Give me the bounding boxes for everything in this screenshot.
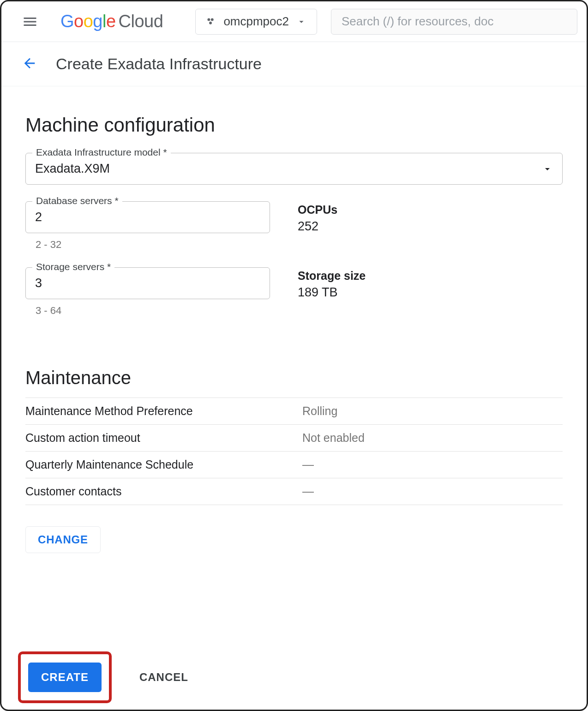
storage-size-value: 189 TB: [298, 285, 563, 300]
top-app-bar: Google Cloud omcpmpoc2 Search (/) for re…: [1, 1, 587, 42]
logo-letter: o: [84, 12, 93, 31]
ocpus-label: OCPUs: [298, 203, 563, 217]
logo-letter: l: [102, 12, 106, 31]
exadata-model-select[interactable]: Exadata Infrastructure model * Exadata.X…: [25, 153, 563, 185]
maintenance-row-label: Quarterly Maintenance Schedule: [25, 458, 302, 471]
maintenance-row-label: Custom action timeout: [25, 431, 302, 445]
exadata-model-label: Exadata Infrastructure model *: [32, 147, 171, 158]
svg-point-0: [208, 18, 210, 21]
storage-servers-input[interactable]: [35, 276, 260, 290]
logo-cloud-text: Cloud: [119, 12, 163, 31]
storage-servers-label: Storage servers *: [32, 261, 114, 272]
page-title: Create Exadata Infrastructure: [56, 55, 262, 73]
maintenance-row-label: Customer contacts: [25, 485, 302, 498]
chevron-down-icon: [542, 163, 553, 175]
change-button[interactable]: CHANGE: [25, 526, 101, 553]
search-input[interactable]: Search (/) for resources, doc: [331, 9, 577, 35]
footer-actions: CREATE CANCEL: [1, 645, 587, 710]
database-servers-label: Database servers *: [32, 195, 122, 206]
chevron-down-icon: [296, 17, 306, 27]
maintenance-row-value: Rolling: [302, 404, 337, 418]
svg-point-1: [211, 18, 214, 21]
logo-letter: e: [106, 12, 116, 31]
cancel-button[interactable]: CANCEL: [139, 671, 188, 684]
google-cloud-logo[interactable]: Google Cloud: [60, 12, 163, 31]
maintenance-row-label: Maintenance Method Preference: [25, 404, 302, 418]
search-placeholder: Search (/) for resources, doc: [342, 14, 493, 29]
maintenance-row-value: Not enabled: [302, 431, 365, 445]
maintenance-row: Customer contacts —: [25, 478, 563, 505]
maintenance-row: Maintenance Method Preference Rolling: [25, 398, 563, 424]
maintenance-section: Maintenance Maintenance Method Preferenc…: [25, 368, 563, 553]
machine-config-heading: Machine configuration: [25, 114, 563, 136]
storage-size-label: Storage size: [298, 269, 563, 283]
back-arrow-icon[interactable]: [22, 55, 37, 73]
storage-servers-helper: 3 - 64: [36, 305, 270, 317]
logo-letter: o: [74, 12, 84, 31]
menu-icon[interactable]: [22, 13, 38, 30]
page-header: Create Exadata Infrastructure: [1, 42, 587, 86]
maintenance-row-value: —: [302, 485, 314, 498]
main-content: Machine configuration Exadata Infrastruc…: [1, 86, 587, 553]
exadata-model-value: Exadata.X9M: [35, 162, 110, 176]
project-icon: [206, 17, 216, 27]
logo-letter: G: [60, 12, 74, 31]
create-button[interactable]: CREATE: [28, 663, 102, 692]
project-name: omcpmpoc2: [223, 14, 289, 29]
maintenance-row: Quarterly Maintenance Schedule —: [25, 451, 563, 478]
create-button-highlight: CREATE: [18, 651, 112, 703]
database-servers-input[interactable]: [35, 210, 260, 224]
svg-point-2: [210, 21, 212, 24]
storage-servers-field[interactable]: Storage servers *: [25, 267, 270, 299]
maintenance-heading: Maintenance: [25, 368, 563, 388]
database-servers-helper: 2 - 32: [36, 239, 270, 251]
maintenance-row: Custom action timeout Not enabled: [25, 424, 563, 451]
logo-letter: g: [93, 12, 102, 31]
ocpus-value: 252: [298, 219, 563, 234]
database-servers-field[interactable]: Database servers *: [25, 201, 270, 233]
project-selector[interactable]: omcpmpoc2: [195, 9, 317, 35]
maintenance-row-value: —: [302, 458, 314, 471]
